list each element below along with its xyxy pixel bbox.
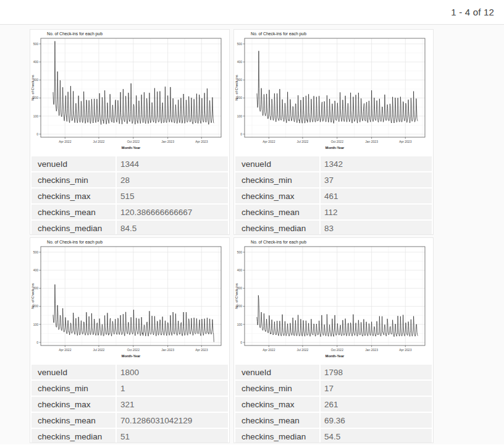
stat-value: 83 bbox=[321, 221, 432, 235]
svg-text:100: 100 bbox=[33, 114, 39, 118]
svg-text:No. of Check-ins: No. of Check-ins bbox=[31, 75, 35, 101]
line-chart-svg: 0100200300400500Apr 2022Jul 2022Oct 2022… bbox=[30, 238, 229, 363]
svg-text:100: 100 bbox=[237, 114, 243, 118]
stat-value: 261 bbox=[321, 397, 432, 412]
svg-text:100: 100 bbox=[237, 323, 243, 326]
stat-label: checkins_max bbox=[235, 189, 319, 203]
svg-text:0: 0 bbox=[240, 341, 242, 344]
stat-value: 1798 bbox=[321, 365, 432, 379]
stat-label: venueId bbox=[235, 156, 319, 171]
checkins-chart: 0100200300400500Apr 2022Jul 2022Oct 2022… bbox=[234, 238, 433, 363]
pub-card: 0100200300400500Apr 2022Jul 2022Oct 2022… bbox=[233, 237, 434, 443]
stat-value: 17 bbox=[321, 381, 432, 396]
checkins-chart: 0100200300400500Apr 2022Jul 2022Oct 2022… bbox=[234, 30, 433, 155]
stat-label: checkins_mean bbox=[235, 205, 319, 219]
svg-text:500: 500 bbox=[33, 42, 39, 46]
table-row: venueId1800 bbox=[32, 365, 228, 379]
stats-table: venueId1800 checkins_min1 checkins_max32… bbox=[30, 363, 229, 443]
table-row: checkins_mean120.386666666667 bbox=[32, 205, 228, 219]
svg-text:No. of Check-ins for each pub: No. of Check-ins for each pub bbox=[251, 32, 306, 36]
table-row: checkins_min37 bbox=[235, 172, 432, 187]
svg-text:400: 400 bbox=[33, 60, 39, 64]
stat-value: 112 bbox=[321, 205, 432, 219]
pub-card: 0100200300400500Apr 2022Jul 2022Oct 2022… bbox=[233, 29, 434, 235]
table-row: checkins_max321 bbox=[32, 397, 228, 412]
table-row: checkins_min1 bbox=[32, 381, 228, 396]
svg-text:Month-Year: Month-Year bbox=[326, 146, 345, 150]
svg-text:Jul 2022: Jul 2022 bbox=[93, 140, 104, 143]
pub-card: 0100200300400500Apr 2022Jul 2022Oct 2022… bbox=[30, 237, 230, 443]
svg-text:Apr 2022: Apr 2022 bbox=[262, 348, 275, 352]
svg-text:500: 500 bbox=[33, 250, 39, 254]
stat-value: 1800 bbox=[117, 365, 228, 379]
results-area: 0100200300400500Apr 2022Jul 2022Oct 2022… bbox=[0, 25, 504, 444]
stat-value: 51 bbox=[117, 429, 228, 443]
svg-text:Jul 2022: Jul 2022 bbox=[93, 348, 104, 352]
svg-text:400: 400 bbox=[237, 268, 243, 272]
stat-label: checkins_max bbox=[32, 189, 116, 203]
svg-text:Apr 2023: Apr 2023 bbox=[399, 140, 412, 143]
svg-text:Month-Year: Month-Year bbox=[122, 146, 141, 150]
svg-text:500: 500 bbox=[237, 42, 243, 46]
svg-text:Apr 2022: Apr 2022 bbox=[262, 140, 275, 143]
stat-label: venueId bbox=[32, 156, 116, 171]
table-row: venueId1344 bbox=[32, 156, 228, 171]
stat-label: checkins_median bbox=[235, 429, 319, 443]
stat-value: 461 bbox=[321, 189, 432, 203]
stat-value: 1342 bbox=[321, 156, 432, 171]
svg-text:Jan 2023: Jan 2023 bbox=[365, 140, 378, 143]
table-row: checkins_max515 bbox=[32, 189, 228, 203]
svg-text:Apr 2023: Apr 2023 bbox=[195, 348, 208, 352]
table-row: checkins_min17 bbox=[235, 381, 432, 396]
table-row: checkins_min28 bbox=[32, 172, 228, 187]
svg-text:No. of Check-ins for each pub: No. of Check-ins for each pub bbox=[251, 240, 306, 245]
stat-value: 54.5 bbox=[321, 429, 432, 443]
svg-text:Apr 2023: Apr 2023 bbox=[195, 140, 208, 143]
stat-value: 37 bbox=[321, 172, 432, 187]
stat-label: venueId bbox=[32, 365, 116, 379]
table-row: checkins_max461 bbox=[235, 189, 432, 203]
table-row: checkins_mean70.1286031042129 bbox=[32, 413, 228, 428]
svg-text:Jul 2022: Jul 2022 bbox=[296, 348, 308, 352]
table-row: checkins_median84.5 bbox=[32, 221, 228, 235]
svg-text:Jan 2023: Jan 2023 bbox=[365, 348, 378, 352]
svg-text:100: 100 bbox=[33, 323, 39, 326]
stat-label: checkins_mean bbox=[235, 413, 319, 428]
stat-value: 321 bbox=[117, 397, 228, 412]
svg-text:Apr 2022: Apr 2022 bbox=[59, 140, 72, 143]
svg-text:No. of Check-ins: No. of Check-ins bbox=[235, 75, 238, 101]
svg-text:Oct 2022: Oct 2022 bbox=[331, 348, 344, 352]
svg-text:Jan 2023: Jan 2023 bbox=[161, 140, 174, 143]
table-row: checkins_mean112 bbox=[235, 205, 432, 219]
table-row: checkins_median51 bbox=[32, 429, 228, 443]
svg-text:Jul 2022: Jul 2022 bbox=[296, 140, 308, 143]
svg-text:Apr 2022: Apr 2022 bbox=[59, 348, 72, 352]
stat-label: checkins_min bbox=[32, 381, 116, 396]
stat-value: 515 bbox=[117, 189, 228, 203]
stat-label: checkins_median bbox=[32, 429, 116, 443]
svg-text:No. of Check-ins: No. of Check-ins bbox=[235, 283, 238, 309]
svg-text:No. of Check-ins: No. of Check-ins bbox=[31, 283, 35, 309]
checkins-chart: 0100200300400500Apr 2022Jul 2022Oct 2022… bbox=[30, 30, 229, 155]
toolbar: 1 - 4 of 12 bbox=[0, 0, 504, 25]
stat-label: checkins_min bbox=[235, 381, 319, 396]
table-row: checkins_max261 bbox=[235, 397, 432, 412]
stats-table: venueId1342 checkins_min37 checkins_max4… bbox=[234, 155, 433, 235]
stat-label: checkins_max bbox=[32, 397, 116, 412]
svg-text:Oct 2022: Oct 2022 bbox=[127, 348, 140, 352]
svg-text:0: 0 bbox=[36, 132, 38, 136]
svg-text:No. of Check-ins for each pub: No. of Check-ins for each pub bbox=[47, 240, 103, 245]
svg-text:Jan 2023: Jan 2023 bbox=[161, 348, 174, 352]
results-grid: 0100200300400500Apr 2022Jul 2022Oct 2022… bbox=[30, 29, 504, 443]
stat-value: 84.5 bbox=[117, 221, 228, 235]
pub-card: 0100200300400500Apr 2022Jul 2022Oct 2022… bbox=[30, 29, 230, 235]
line-chart-svg: 0100200300400500Apr 2022Jul 2022Oct 2022… bbox=[234, 30, 433, 155]
svg-text:0: 0 bbox=[240, 132, 242, 136]
stats-table: venueId1798 checkins_min17 checkins_max2… bbox=[234, 363, 433, 443]
stat-label: checkins_min bbox=[235, 172, 319, 187]
svg-text:Oct 2022: Oct 2022 bbox=[127, 140, 140, 143]
table-row: checkins_mean69.36 bbox=[235, 413, 432, 428]
stat-value: 1344 bbox=[117, 156, 228, 171]
svg-text:Month-Year: Month-Year bbox=[122, 354, 141, 358]
table-row: venueId1798 bbox=[235, 365, 432, 379]
